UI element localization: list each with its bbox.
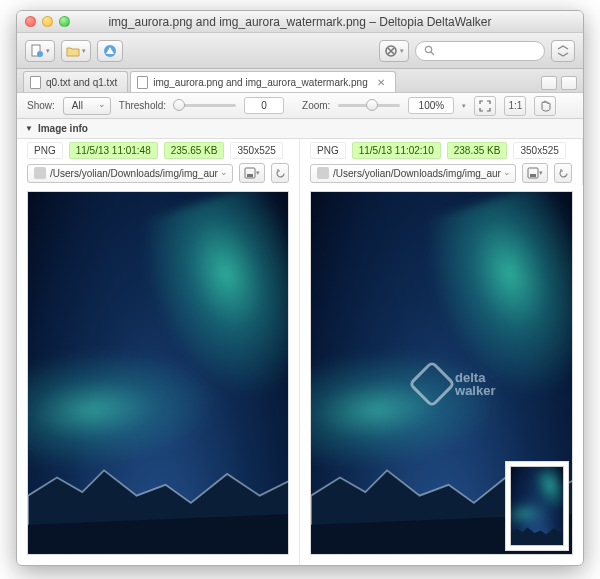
tab-label: img_aurora.png and img_aurora_watermark.… <box>153 77 368 88</box>
svg-point-1 <box>37 51 43 57</box>
file-icon <box>30 76 41 89</box>
left-image-pane[interactable] <box>17 185 300 565</box>
folder-icon <box>66 44 80 58</box>
show-label: Show: <box>27 100 55 111</box>
close-window-button[interactable] <box>25 16 36 27</box>
expand-icon <box>556 44 570 58</box>
gear-cross-icon <box>384 44 398 58</box>
right-path-select[interactable]: /Users/yolian/Downloads/img/img_aur <box>310 164 516 183</box>
metadata-row: PNG 11/5/13 11:01:48 235.65 KB 350x525 P… <box>17 139 583 161</box>
delta-icon <box>103 44 117 58</box>
settings-button[interactable]: ▾ <box>379 40 409 62</box>
reload-icon <box>558 168 569 179</box>
open-button[interactable]: ▾ <box>61 40 91 62</box>
file-icon <box>34 167 46 179</box>
reload-icon <box>275 168 286 179</box>
app-logo-button[interactable] <box>97 40 123 62</box>
tab-inactive[interactable]: q0.txt and q1.txt <box>23 71 128 92</box>
traffic-lights <box>25 16 70 27</box>
left-save-button[interactable]: ▾ <box>239 163 265 183</box>
view-controls: Show: All Threshold: 0 Zoom: 100% ▾ 1:1 <box>17 93 583 119</box>
right-metadata: PNG 11/5/13 11:02:10 238.35 KB 350x525 <box>300 139 583 161</box>
main-toolbar: ▾ ▾ ▾ <box>17 33 583 69</box>
disk-icon <box>244 167 256 179</box>
close-tab-icon[interactable]: ✕ <box>377 77 385 88</box>
format-badge: PNG <box>310 142 346 159</box>
filesize-badge: 238.35 KB <box>447 142 508 159</box>
zoom-slider[interactable] <box>338 104 400 107</box>
file-icon <box>137 76 148 89</box>
watermark-logo-icon <box>408 359 456 407</box>
zoom-label: Zoom: <box>302 100 330 111</box>
new-compare-button[interactable]: ▾ <box>25 40 55 62</box>
timestamp-badge: 11/5/13 11:02:10 <box>352 142 441 159</box>
app-window: img_aurora.png and img_aurora_watermark.… <box>16 10 584 566</box>
filesize-badge: 235.65 KB <box>164 142 225 159</box>
image-comparison-row: deltawalker <box>17 185 583 565</box>
dimensions-badge: 350x525 <box>230 142 282 159</box>
maximize-editor-button[interactable] <box>561 76 577 90</box>
threshold-label: Threshold: <box>119 100 166 111</box>
zoom-value[interactable]: 100% <box>408 97 454 114</box>
left-image <box>27 191 289 555</box>
threshold-slider[interactable] <box>174 104 236 107</box>
left-metadata: PNG 11/5/13 11:01:48 235.65 KB 350x525 <box>17 139 300 161</box>
titlebar: img_aurora.png and img_aurora_watermark.… <box>17 11 583 33</box>
show-select[interactable]: All <box>63 97 111 115</box>
svg-rect-7 <box>247 174 253 177</box>
navigator-thumbnail[interactable] <box>505 461 569 551</box>
path-text: /Users/yolian/Downloads/img/img_aur <box>333 168 501 179</box>
slider-knob[interactable] <box>366 99 378 111</box>
search-input[interactable] <box>415 41 545 61</box>
timestamp-badge: 11/5/13 11:01:48 <box>69 142 158 159</box>
image-info-header[interactable]: ▼ Image info <box>17 119 583 139</box>
svg-line-5 <box>431 52 434 55</box>
fit-to-window-button[interactable] <box>474 96 496 116</box>
hand-icon <box>539 99 552 112</box>
left-reload-button[interactable] <box>271 163 289 183</box>
expand-button[interactable] <box>551 40 575 62</box>
pan-tool-button[interactable] <box>534 96 556 116</box>
page-icon <box>30 44 44 58</box>
watermark: deltawalker <box>415 359 525 409</box>
zoom-window-button[interactable] <box>59 16 70 27</box>
actual-size-button[interactable]: 1:1 <box>504 96 526 116</box>
tab-active[interactable]: img_aurora.png and img_aurora_watermark.… <box>130 71 396 92</box>
path-row: /Users/yolian/Downloads/img/img_aur ▾ /U… <box>17 161 583 185</box>
svg-rect-9 <box>530 174 536 177</box>
svg-point-4 <box>425 46 431 52</box>
minimize-window-button[interactable] <box>42 16 53 27</box>
tab-bar: q0.txt and q1.txt img_aurora.png and img… <box>17 69 583 93</box>
window-title: img_aurora.png and img_aurora_watermark.… <box>17 15 583 29</box>
disclosure-triangle-icon: ▼ <box>25 124 33 133</box>
search-icon <box>424 45 435 56</box>
minimize-editor-button[interactable] <box>541 76 557 90</box>
dimensions-badge: 350x525 <box>513 142 565 159</box>
disk-icon <box>527 167 539 179</box>
threshold-value[interactable]: 0 <box>244 97 284 114</box>
fit-icon <box>479 100 491 112</box>
tab-label: q0.txt and q1.txt <box>46 77 117 88</box>
right-reload-button[interactable] <box>554 163 572 183</box>
left-path-select[interactable]: /Users/yolian/Downloads/img/img_aur <box>27 164 233 183</box>
info-header-label: Image info <box>38 123 88 134</box>
format-badge: PNG <box>27 142 63 159</box>
right-save-button[interactable]: ▾ <box>522 163 548 183</box>
path-text: /Users/yolian/Downloads/img/img_aur <box>50 168 218 179</box>
file-icon <box>317 167 329 179</box>
content-area: Show: All Threshold: 0 Zoom: 100% ▾ 1:1 … <box>17 93 583 565</box>
slider-knob[interactable] <box>173 99 185 111</box>
